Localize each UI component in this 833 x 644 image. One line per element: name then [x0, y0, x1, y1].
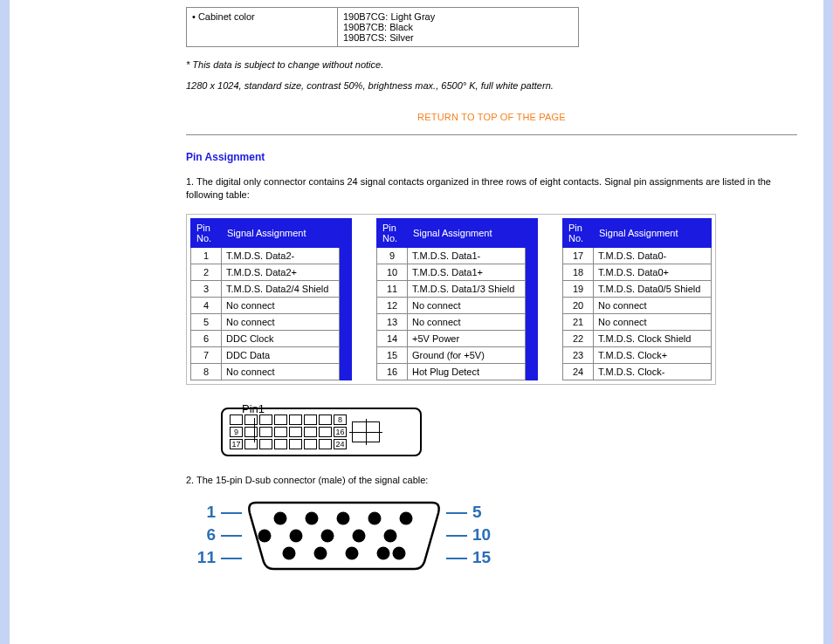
dvi-pin: [319, 414, 332, 425]
pin-header-pinno: Pin No.: [377, 218, 408, 247]
table-row: 21No connect: [563, 313, 712, 330]
svg-point-28: [321, 529, 334, 542]
dvi-pin: 17: [230, 439, 243, 449]
dvi-pin: [304, 439, 317, 449]
pin1-leader-line: [254, 418, 255, 442]
svg-point-36: [377, 546, 390, 559]
vga-left-lines: [221, 502, 242, 568]
vga-leader-line: [221, 547, 242, 568]
dvi-pin: [289, 439, 302, 449]
svg-point-34: [314, 546, 327, 559]
cabinet-value: 190B7CS: Silver: [343, 32, 573, 43]
vga-pin-number: 11: [195, 547, 216, 568]
svg-point-25: [368, 511, 382, 524]
vga-pin-number: 5: [472, 502, 493, 523]
svg-point-35: [346, 546, 359, 559]
pin-table-col1: Pin No. Signal Assignment 1T.M.D.S. Data…: [190, 218, 340, 380]
dvi-pin: [244, 414, 258, 425]
dvi-pin: [319, 427, 332, 437]
cabinet-color-table: • Cabinet color 190B7CG: Light Gray 190B…: [186, 7, 579, 47]
table-row: 16Hot Plug Detect: [377, 363, 526, 380]
pin-table-gap: [538, 218, 562, 380]
pin-assignment-table-wrapper: Pin No. Signal Assignment 1T.M.D.S. Data…: [186, 214, 716, 385]
svg-point-38: [258, 529, 272, 542]
dvi-pin: [289, 414, 302, 425]
svg-point-33: [283, 546, 296, 559]
vga-leader-line: [446, 502, 467, 523]
cabinet-value: 190B7CG: Light Gray: [343, 11, 573, 22]
table-row: 23T.M.D.S. Clock+: [563, 346, 712, 363]
vga-leader-line: [446, 524, 467, 545]
vga-connector-diagram: 1 6 11: [195, 499, 797, 571]
pin-table-col3: Pin No. Signal Assignment 17T.M.D.S. Dat…: [562, 218, 712, 380]
table-row: 4No connect: [191, 297, 340, 313]
table-row: 11T.M.D.S. Data1/3 Shield: [377, 280, 526, 297]
dvi-pin: [244, 439, 258, 449]
vga-leader-line: [221, 524, 242, 545]
vga-pin-number: 6: [195, 524, 216, 545]
cabinet-values-cell: 190B7CG: Light Gray 190B7CB: Black 190B7…: [338, 8, 579, 47]
footnote-2: 1280 x 1024, standard size, contrast 50%…: [186, 80, 797, 91]
vga-pin-number: 10: [472, 524, 493, 545]
pin-header-pinno: Pin No.: [191, 218, 222, 247]
return-to-top-link[interactable]: RETURN TO TOP OF THE PAGE: [186, 112, 797, 122]
vga-leader-line: [446, 547, 467, 568]
pin-header-signal: Signal Assignment: [222, 218, 340, 247]
pin-assignment-heading: Pin Assignment: [186, 151, 797, 163]
table-row: 13No connect: [377, 313, 526, 330]
dvi-pin: 24: [334, 439, 347, 449]
pin-assignment-intro: 1. The digital only connector contains 2…: [186, 175, 797, 202]
dvi-pin: [274, 439, 287, 449]
table-row: 19T.M.D.S. Data0/5 Shield: [563, 280, 712, 297]
dvi-pin: [304, 414, 317, 425]
table-row: 2T.M.D.S. Data2+: [191, 264, 340, 280]
right-margin-bar: [823, 0, 833, 644]
svg-point-42: [393, 546, 406, 559]
table-row: 15Ground (for +5V): [377, 346, 526, 363]
table-row: 18T.M.D.S. Data0+: [563, 264, 712, 280]
table-row: 3T.M.D.S. Data2/4 Shield: [191, 280, 340, 297]
pin-header-pinno: Pin No.: [563, 218, 594, 247]
section-divider: [186, 134, 797, 135]
svg-point-23: [306, 511, 319, 524]
svg-point-30: [384, 529, 397, 542]
pin-table-spacer: [340, 218, 352, 380]
vga-right-numbers: 5 10 15: [472, 502, 493, 568]
dvi-pin: 16: [334, 427, 347, 437]
vga-intro: 2. The 15-pin D-sub connector (male) of …: [186, 474, 797, 487]
dvi-pin: [259, 439, 272, 449]
dvi-pin: [289, 427, 302, 437]
vga-pin-number: 15: [472, 547, 493, 568]
table-row: 20No connect: [563, 297, 712, 313]
table-row: 6DDC Clock: [191, 330, 340, 346]
table-row: 7DDC Data: [191, 346, 340, 363]
cabinet-label-cell: • Cabinet color: [187, 8, 338, 47]
vga-pin-number: 1: [195, 502, 216, 523]
left-gutter: [10, 0, 176, 644]
table-row: 14+5V Power: [377, 330, 526, 346]
table-row: 24T.M.D.S. Clock-: [563, 363, 712, 380]
pin-table-col2: Pin No. Signal Assignment 9T.M.D.S. Data…: [376, 218, 526, 380]
table-row: 9T.M.D.S. Data1-: [377, 247, 526, 264]
pin-header-signal: Signal Assignment: [594, 218, 712, 247]
svg-point-27: [290, 529, 303, 542]
svg-point-26: [400, 511, 413, 524]
vga-leader-line: [221, 502, 242, 523]
dvi-pin: [230, 414, 243, 425]
table-row: 10T.M.D.S. Data1+: [377, 264, 526, 280]
main-content: • Cabinet color 190B7CG: Light Gray 190B…: [176, 0, 823, 644]
dvi-connector-diagram: Pin1 8 9: [221, 408, 448, 456]
dvi-pin: 8: [334, 414, 347, 425]
left-margin-bar: [0, 0, 10, 644]
dvi-pin: [319, 439, 332, 449]
cabinet-value: 190B7CB: Black: [343, 22, 573, 32]
table-row: 12No connect: [377, 297, 526, 313]
vga-left-numbers: 1 6 11: [195, 502, 216, 568]
dvi-pin: [259, 414, 272, 425]
svg-point-24: [337, 511, 350, 524]
table-row: 17T.M.D.S. Data0-: [563, 247, 712, 264]
dvi-pin: [274, 427, 287, 437]
dvi-pin: [259, 427, 272, 437]
table-row: 1T.M.D.S. Data2-: [191, 247, 340, 264]
table-row: 8No connect: [191, 363, 340, 380]
